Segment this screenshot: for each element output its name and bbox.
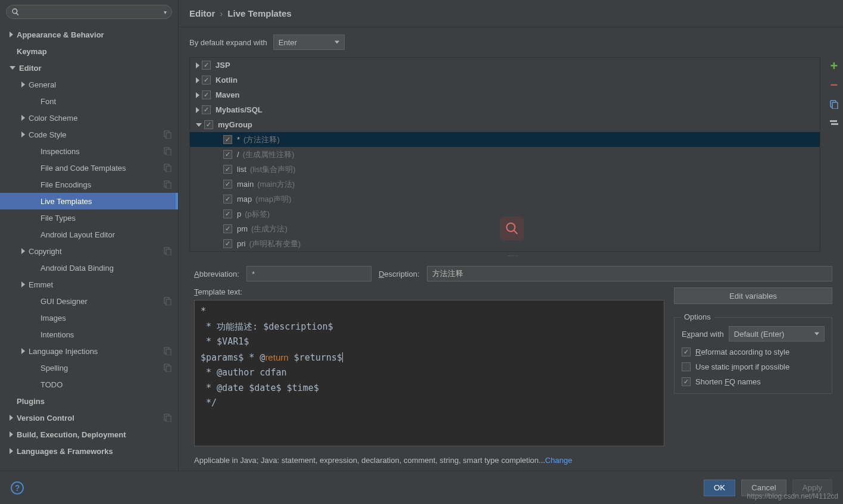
sidebar-item-android-layout-editor[interactable]: Android Layout Editor xyxy=(0,226,178,243)
sidebar-item-label: Editor xyxy=(19,64,42,73)
template-group-kotlin[interactable]: Kotlin xyxy=(190,73,820,87)
svg-rect-9 xyxy=(166,249,171,255)
sidebar-item-android-data-binding[interactable]: Android Data Binding xyxy=(0,259,178,276)
abbreviation-input[interactable] xyxy=(246,266,371,281)
group-label: Mybatis/SQL xyxy=(216,105,263,114)
sidebar-item-editor[interactable]: Editor xyxy=(0,60,178,76)
sidebar-item-label: Inspections xyxy=(40,147,80,156)
template-desc: (p标签) xyxy=(245,209,270,220)
template-text-editor[interactable]: * * 功能描述: $description$ * $VAR1$ $params… xyxy=(194,300,664,446)
template-checkbox[interactable] xyxy=(223,150,232,159)
sidebar-item-code-style[interactable]: Code Style xyxy=(0,126,178,143)
sidebar-item-spelling[interactable]: Spelling xyxy=(0,359,178,376)
sidebar-item-inspections[interactable]: Inspections xyxy=(0,143,178,159)
expand-with-select[interactable]: Default (Enter) xyxy=(729,326,825,342)
sidebar-item-plugins[interactable]: Plugins xyxy=(0,393,178,409)
duplicate-icon[interactable] xyxy=(829,99,839,109)
template-abbr: p xyxy=(237,209,241,218)
help-button[interactable]: ? xyxy=(11,481,24,494)
edit-variables-button[interactable]: Edit variables xyxy=(674,287,832,304)
chevron-right-icon xyxy=(21,132,25,137)
reformat-checkbox[interactable] xyxy=(682,348,691,356)
template-checkbox[interactable] xyxy=(223,135,232,144)
reformat-label: Reformat according to style xyxy=(695,348,789,356)
description-input[interactable] xyxy=(427,266,832,281)
add-icon[interactable]: + xyxy=(829,61,839,71)
search-input[interactable] xyxy=(22,8,164,16)
change-context-link[interactable]: Change xyxy=(545,456,573,465)
template-group-maven[interactable]: Maven xyxy=(190,87,820,102)
sidebar-item-images[interactable]: Images xyxy=(0,309,178,326)
template-item[interactable]: list(list集合声明) xyxy=(190,162,820,177)
template-checkbox[interactable] xyxy=(223,165,232,174)
sidebar-item-emmet[interactable]: Emmet xyxy=(0,276,178,293)
template-item[interactable]: main(main方法) xyxy=(190,177,820,192)
options-title: Options xyxy=(680,312,714,321)
group-checkbox[interactable] xyxy=(202,76,211,84)
sidebar-item-build-execution-deployment[interactable]: Build, Execution, Deployment xyxy=(0,426,178,443)
sidebar-item-languages-frameworks[interactable]: Languages & Frameworks xyxy=(0,443,178,459)
sidebar-item-todo[interactable]: TODO xyxy=(0,376,178,393)
sidebar-item-file-types[interactable]: File Types xyxy=(0,209,178,226)
breadcrumb-current: Live Templates xyxy=(227,8,291,18)
sidebar-item-label: Version Control xyxy=(17,414,74,422)
sidebar-item-gui-designer[interactable]: GUI Designer xyxy=(0,293,178,309)
sidebar-item-version-control[interactable]: Version Control xyxy=(0,409,178,426)
breadcrumb-parent[interactable]: Editor xyxy=(189,8,215,18)
static-import-checkbox[interactable] xyxy=(682,362,691,371)
sidebar-item-copyright[interactable]: Copyright xyxy=(0,243,178,259)
template-desc: (map声明) xyxy=(255,194,291,205)
resizer-handle[interactable]: ┄┄┄ xyxy=(183,252,843,260)
sidebar-item-label: TODO xyxy=(40,380,63,389)
default-expand-label: By default expand with xyxy=(189,38,267,47)
sidebar-item-file-and-code-templates[interactable]: File and Code Templates xyxy=(0,159,178,176)
scope-icon xyxy=(164,180,172,189)
template-checkbox[interactable] xyxy=(223,180,232,189)
sidebar-item-general[interactable]: General xyxy=(0,76,178,93)
search-field-wrap[interactable]: ▾ xyxy=(6,5,172,19)
template-abbr: pm xyxy=(237,224,248,233)
template-checkbox[interactable] xyxy=(223,209,232,218)
sidebar-item-label: Emmet xyxy=(29,280,53,289)
template-actions: + − xyxy=(825,57,843,252)
sidebar-item-appearance-behavior[interactable]: Appearance & Behavior xyxy=(0,26,178,43)
expand-with-value: Default (Enter) xyxy=(734,330,785,339)
settings-tree[interactable]: Appearance & BehaviorKeymapEditorGeneral… xyxy=(0,24,178,471)
sidebar-item-label: Plugins xyxy=(17,397,45,406)
sidebar-item-language-injections[interactable]: Language Injections xyxy=(0,343,178,359)
remove-icon[interactable]: − xyxy=(829,80,839,90)
ok-button[interactable]: OK xyxy=(704,480,735,496)
group-checkbox[interactable] xyxy=(202,61,211,70)
settings-icon[interactable] xyxy=(829,118,839,129)
search-icon xyxy=(11,8,20,16)
svg-rect-21 xyxy=(831,123,838,125)
sidebar-item-file-encodings[interactable]: File Encodings xyxy=(0,176,178,193)
template-abbr: list xyxy=(237,165,246,174)
template-group-jsp[interactable]: JSP xyxy=(190,58,820,73)
sidebar-item-label: File and Code Templates xyxy=(40,164,126,173)
sidebar-item-keymap[interactable]: Keymap xyxy=(0,43,178,60)
template-checkbox[interactable] xyxy=(223,239,232,248)
sidebar-item-label: Spelling xyxy=(40,364,68,372)
template-item[interactable]: map(map声明) xyxy=(190,192,820,206)
sidebar-item-label: Appearance & Behavior xyxy=(17,30,104,39)
shorten-fq-checkbox[interactable] xyxy=(682,377,691,386)
expand-with-label: Expand with xyxy=(682,330,724,339)
template-item[interactable]: *(方法注释) xyxy=(190,132,820,147)
template-checkbox[interactable] xyxy=(223,224,232,233)
sidebar-item-live-templates[interactable]: Live Templates xyxy=(0,193,178,209)
group-checkbox[interactable] xyxy=(202,105,211,114)
group-label: myGroup xyxy=(218,120,252,129)
sidebar-item-color-scheme[interactable]: Color Scheme xyxy=(0,109,178,126)
template-checkbox[interactable] xyxy=(223,195,232,204)
group-checkbox[interactable] xyxy=(204,120,213,129)
group-checkbox[interactable] xyxy=(202,90,211,99)
sidebar-item-intentions[interactable]: Intentions xyxy=(0,326,178,343)
sidebar-item-font[interactable]: Font xyxy=(0,93,178,109)
chevron-right-icon xyxy=(196,107,199,113)
template-item[interactable]: /(生成属性注释) xyxy=(190,147,820,162)
template-group-mybatis-sql[interactable]: Mybatis/SQL xyxy=(190,102,820,117)
scope-icon xyxy=(164,130,172,139)
template-group-mygroup[interactable]: myGroup xyxy=(190,117,820,132)
default-expand-select[interactable]: Enter xyxy=(273,35,345,50)
